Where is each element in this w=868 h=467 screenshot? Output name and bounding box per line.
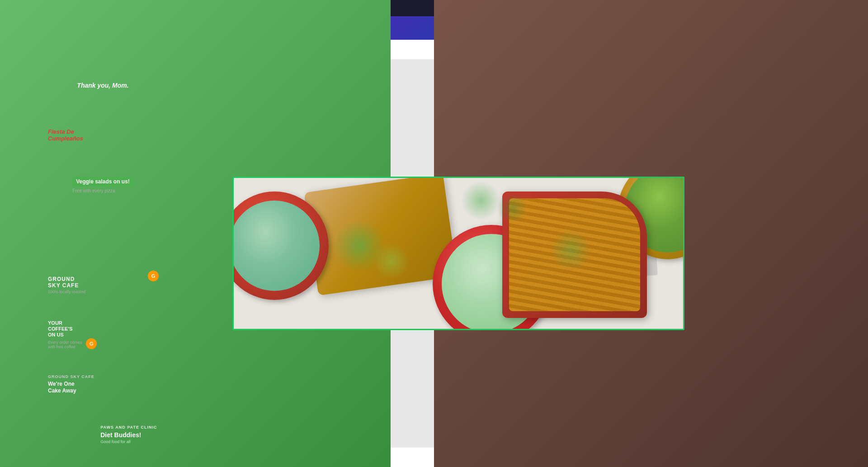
canvas-frame[interactable]	[232, 177, 684, 330]
templates-panel: 🔍 ✕ ⚙ Thank you, Mom. Fiesta DeCumpleaño…	[40, 40, 166, 467]
templates-grid: Thank you, Mom. Fiesta DeCumpleaños Vegg…	[40, 64, 166, 467]
fries-pile-inner	[509, 198, 640, 311]
template-card-cake[interactable]: GROUND SKY CAFE We're OneCake Away	[43, 366, 162, 402]
template-card-diet[interactable]: PAWS AND PATE CLINIC Diet Buddies! Good …	[43, 416, 162, 453]
template-card-coffee[interactable]: YOURCOFFEE'SON US Every order comeswith …	[43, 317, 162, 353]
fries-pile	[502, 191, 647, 318]
canvas-viewport[interactable]	[166, 60, 750, 447]
g-avatar: G	[148, 271, 159, 281]
main-layout: ⬡ Elements ⊞ Templates 🖼 Images ▶ Video …	[0, 40, 868, 467]
canvas-area: ⏱ 5.0s	[166, 40, 750, 467]
food-image	[234, 178, 683, 329]
bowl-left-inner	[234, 201, 320, 291]
